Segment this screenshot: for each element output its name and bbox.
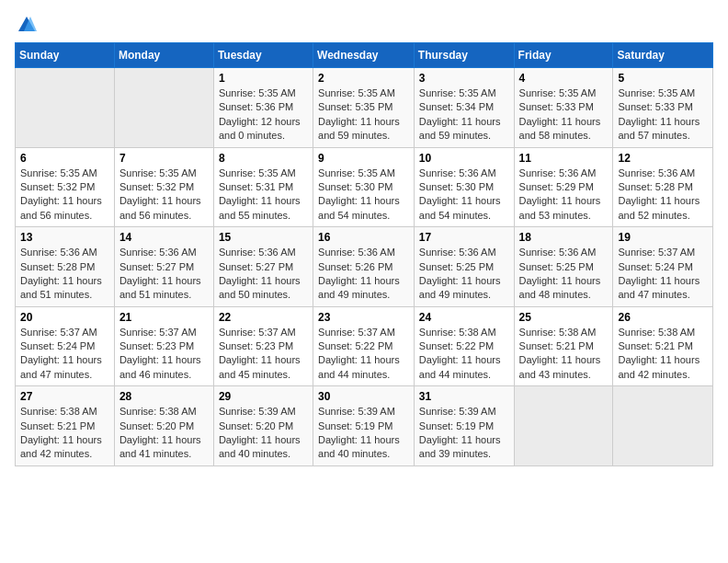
calendar-cell: 22 Sunrise: 5:37 AM Sunset: 5:23 PM Dayl… <box>213 306 313 386</box>
day-number: 13 <box>20 231 109 244</box>
sunset-text: Sunset: 5:27 PM <box>119 261 194 272</box>
day-number: 19 <box>618 231 708 244</box>
day-number: 22 <box>219 311 308 324</box>
cell-content: Sunrise: 5:36 AM Sunset: 5:25 PM Dayligh… <box>519 246 609 303</box>
calendar-cell: 30 Sunrise: 5:39 AM Sunset: 5:19 PM Dayl… <box>313 386 415 466</box>
daylight-text: Daylight: 11 hours and 39 minutes. <box>419 434 501 459</box>
calendar-cell: 4 Sunrise: 5:35 AM Sunset: 5:33 PM Dayli… <box>514 68 613 148</box>
header-day-wednesday: Wednesday <box>313 43 415 68</box>
calendar-cell: 12 Sunrise: 5:36 AM Sunset: 5:28 PM Dayl… <box>613 147 713 227</box>
calendar-cell: 19 Sunrise: 5:37 AM Sunset: 5:24 PM Dayl… <box>613 227 713 307</box>
sunset-text: Sunset: 5:30 PM <box>318 181 392 192</box>
calendar-cell <box>514 386 613 466</box>
calendar-cell: 20 Sunrise: 5:37 AM Sunset: 5:24 PM Dayl… <box>16 306 115 386</box>
calendar-cell: 23 Sunrise: 5:37 AM Sunset: 5:22 PM Dayl… <box>313 306 415 386</box>
daylight-text: Daylight: 11 hours and 40 minutes. <box>318 434 400 459</box>
sunrise-text: Sunrise: 5:37 AM <box>618 247 695 258</box>
sunrise-text: Sunrise: 5:39 AM <box>419 406 496 417</box>
sunset-text: Sunset: 5:28 PM <box>618 181 692 192</box>
header-day-monday: Monday <box>114 43 213 68</box>
sunrise-text: Sunrise: 5:35 AM <box>219 87 296 98</box>
logo-icon <box>17 15 37 35</box>
day-number: 14 <box>119 231 209 244</box>
day-number: 25 <box>519 311 609 324</box>
calendar-header: SundayMondayTuesdayWednesdayThursdayFrid… <box>16 43 713 68</box>
sunrise-text: Sunrise: 5:35 AM <box>20 167 97 178</box>
sunrise-text: Sunrise: 5:36 AM <box>419 247 496 258</box>
sunset-text: Sunset: 5:36 PM <box>219 101 293 112</box>
sunset-text: Sunset: 5:33 PM <box>618 101 692 112</box>
day-number: 26 <box>618 311 708 324</box>
sunset-text: Sunset: 5:33 PM <box>519 101 594 112</box>
daylight-text: Daylight: 11 hours and 52 minutes. <box>618 195 700 220</box>
sunset-text: Sunset: 5:23 PM <box>119 340 194 351</box>
sunrise-text: Sunrise: 5:35 AM <box>519 87 597 98</box>
sunrise-text: Sunrise: 5:36 AM <box>618 167 695 178</box>
calendar-cell: 8 Sunrise: 5:35 AM Sunset: 5:31 PM Dayli… <box>213 147 313 227</box>
header-day-saturday: Saturday <box>613 43 713 68</box>
cell-content: Sunrise: 5:38 AM Sunset: 5:20 PM Dayligh… <box>119 405 209 462</box>
cell-content: Sunrise: 5:37 AM Sunset: 5:23 PM Dayligh… <box>119 326 209 383</box>
sunrise-text: Sunrise: 5:35 AM <box>618 87 695 98</box>
calendar-cell: 28 Sunrise: 5:38 AM Sunset: 5:20 PM Dayl… <box>114 386 213 466</box>
daylight-text: Daylight: 11 hours and 42 minutes. <box>618 354 700 379</box>
sunrise-text: Sunrise: 5:35 AM <box>419 87 496 98</box>
sunset-text: Sunset: 5:29 PM <box>519 181 594 192</box>
sunset-text: Sunset: 5:30 PM <box>419 181 494 192</box>
sunset-text: Sunset: 5:25 PM <box>519 261 594 272</box>
cell-content: Sunrise: 5:38 AM Sunset: 5:21 PM Dayligh… <box>20 405 109 462</box>
sunset-text: Sunset: 5:34 PM <box>419 101 494 112</box>
day-number: 28 <box>119 390 209 403</box>
calendar-cell <box>613 386 713 466</box>
cell-content: Sunrise: 5:35 AM Sunset: 5:33 PM Dayligh… <box>618 86 708 144</box>
cell-content: Sunrise: 5:35 AM Sunset: 5:32 PM Dayligh… <box>119 167 209 224</box>
cell-content: Sunrise: 5:39 AM Sunset: 5:19 PM Dayligh… <box>419 405 509 462</box>
calendar-cell <box>16 68 115 148</box>
sunset-text: Sunset: 5:32 PM <box>119 181 194 192</box>
sunrise-text: Sunrise: 5:38 AM <box>519 327 597 338</box>
cell-content: Sunrise: 5:35 AM Sunset: 5:34 PM Dayligh… <box>419 86 509 144</box>
sunset-text: Sunset: 5:25 PM <box>419 261 494 272</box>
sunset-text: Sunset: 5:24 PM <box>618 261 692 272</box>
cell-content: Sunrise: 5:37 AM Sunset: 5:24 PM Dayligh… <box>20 326 109 383</box>
day-number: 1 <box>219 72 308 85</box>
day-number: 12 <box>618 152 708 165</box>
page-header <box>15 15 713 31</box>
day-number: 10 <box>419 152 509 165</box>
calendar-cell: 25 Sunrise: 5:38 AM Sunset: 5:21 PM Dayl… <box>514 306 613 386</box>
header-day-sunday: Sunday <box>16 43 115 68</box>
week-row-4: 20 Sunrise: 5:37 AM Sunset: 5:24 PM Dayl… <box>16 306 713 386</box>
day-number: 11 <box>519 152 609 165</box>
sunset-text: Sunset: 5:22 PM <box>419 340 494 351</box>
daylight-text: Daylight: 11 hours and 40 minutes. <box>219 434 301 459</box>
calendar-cell: 14 Sunrise: 5:36 AM Sunset: 5:27 PM Dayl… <box>114 227 213 307</box>
sunrise-text: Sunrise: 5:35 AM <box>119 167 197 178</box>
cell-content: Sunrise: 5:37 AM Sunset: 5:24 PM Dayligh… <box>618 246 708 303</box>
cell-content: Sunrise: 5:39 AM Sunset: 5:20 PM Dayligh… <box>219 405 308 462</box>
calendar-table: SundayMondayTuesdayWednesdayThursdayFrid… <box>15 42 713 466</box>
sunset-text: Sunset: 5:24 PM <box>20 340 95 351</box>
daylight-text: Daylight: 11 hours and 49 minutes. <box>318 275 400 300</box>
sunset-text: Sunset: 5:19 PM <box>419 420 494 431</box>
cell-content: Sunrise: 5:36 AM Sunset: 5:28 PM Dayligh… <box>618 167 708 224</box>
calendar-cell: 10 Sunrise: 5:36 AM Sunset: 5:30 PM Dayl… <box>414 147 514 227</box>
day-number: 8 <box>219 152 308 165</box>
daylight-text: Daylight: 11 hours and 42 minutes. <box>20 434 102 459</box>
daylight-text: Daylight: 11 hours and 47 minutes. <box>20 354 102 379</box>
day-number: 4 <box>519 72 609 85</box>
sunrise-text: Sunrise: 5:36 AM <box>318 247 395 258</box>
cell-content: Sunrise: 5:35 AM Sunset: 5:35 PM Dayligh… <box>318 86 409 144</box>
calendar-body: 1 Sunrise: 5:35 AM Sunset: 5:36 PM Dayli… <box>16 68 713 466</box>
calendar-cell: 16 Sunrise: 5:36 AM Sunset: 5:26 PM Dayl… <box>313 227 415 307</box>
week-row-1: 1 Sunrise: 5:35 AM Sunset: 5:36 PM Dayli… <box>16 68 713 148</box>
daylight-text: Daylight: 11 hours and 55 minutes. <box>219 195 301 220</box>
daylight-text: Daylight: 11 hours and 56 minutes. <box>20 195 102 220</box>
day-number: 20 <box>20 311 109 324</box>
header-day-friday: Friday <box>514 43 613 68</box>
daylight-text: Daylight: 11 hours and 51 minutes. <box>20 275 102 300</box>
sunrise-text: Sunrise: 5:38 AM <box>419 327 496 338</box>
day-number: 23 <box>318 311 409 324</box>
calendar-cell: 3 Sunrise: 5:35 AM Sunset: 5:34 PM Dayli… <box>414 68 514 148</box>
day-number: 2 <box>318 72 409 85</box>
cell-content: Sunrise: 5:38 AM Sunset: 5:21 PM Dayligh… <box>519 326 609 383</box>
